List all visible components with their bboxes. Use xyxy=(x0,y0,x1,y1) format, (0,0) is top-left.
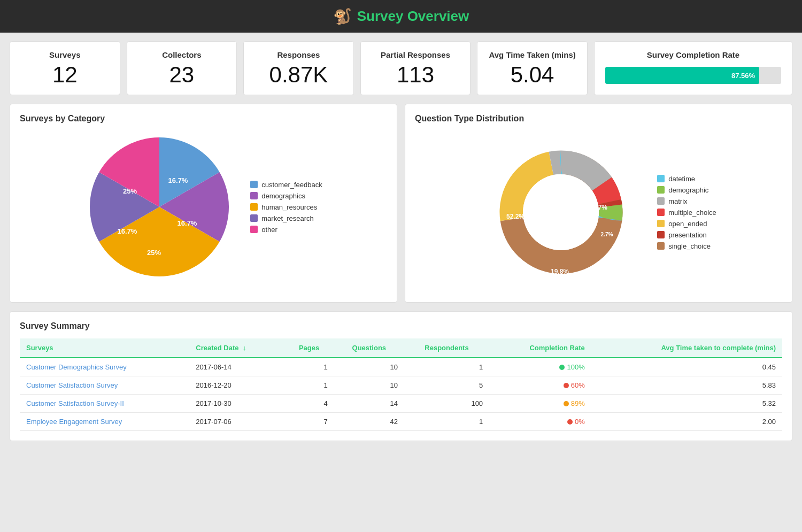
stat-collectors-value: 23 xyxy=(169,64,195,86)
stats-row: Surveys 12 Collectors 23 Responses 0.87K… xyxy=(10,41,792,95)
cell-questions: 10 xyxy=(334,358,404,376)
donut-hole xyxy=(523,174,599,250)
stat-avg-time-label: Avg Time Taken (mins) xyxy=(489,50,575,59)
cell-pages: 4 xyxy=(284,395,334,413)
survey-summary-card: Survey Summary Surveys Created Date ↓ Pa… xyxy=(10,311,792,441)
label-single-choice: 52.2% xyxy=(506,213,525,220)
completion-cell: 89% xyxy=(496,399,585,407)
table-row: Employee Engagement Survey 2017-07-06 7 … xyxy=(20,413,782,431)
legend-label-mr: market_research xyxy=(261,214,314,222)
stat-partial-responses: Partial Responses 113 xyxy=(360,41,471,95)
cell-respondents: 100 xyxy=(404,395,489,413)
stat-completion-label: Survey Completion Rate xyxy=(647,50,739,59)
completion-bar-container: 87.56% xyxy=(605,67,781,84)
legend-label-demographic: demographic xyxy=(668,186,708,194)
cell-respondents: 5 xyxy=(404,376,489,395)
status-dot xyxy=(559,365,565,370)
legend-box-mr xyxy=(250,214,258,222)
legend-label-cf: customer_feedback xyxy=(261,181,322,189)
status-dot xyxy=(567,419,573,425)
label-matrix: 18.7% xyxy=(589,204,607,211)
completion-bar-text: 87.56% xyxy=(731,72,755,80)
donut-legend: datetime demographic matrix multiple_cho… xyxy=(657,175,716,250)
cell-avg-time: 2.00 xyxy=(591,413,782,431)
legend-box-hr xyxy=(250,203,258,211)
question-type-card: Question Type Distribution xyxy=(405,104,792,303)
col-header-created-date: Created Date ↓ xyxy=(189,338,284,358)
stat-responses-label: Responses xyxy=(277,50,320,59)
question-type-title: Question Type Distribution xyxy=(415,114,782,124)
completion-rate-val: 100% xyxy=(567,363,584,371)
legend-label-datetime: datetime xyxy=(668,175,695,183)
cell-created-date: 2017-06-14 xyxy=(189,358,284,376)
legend-box-datetime xyxy=(657,175,665,182)
status-dot xyxy=(564,401,569,406)
cell-completion-rate: 0% xyxy=(489,413,591,431)
legend-label-other: other xyxy=(261,226,277,234)
survey-summary-title: Survey Summary xyxy=(20,321,782,331)
legend-label-hr: human_resources xyxy=(261,203,317,211)
col-header-respondents: Respondents xyxy=(404,338,489,358)
sort-icon: ↓ xyxy=(243,344,246,352)
stat-partial-label: Partial Responses xyxy=(381,50,450,59)
legend-market-research: market_research xyxy=(250,214,322,222)
table-header-row: Surveys Created Date ↓ Pages Questions R… xyxy=(20,338,782,358)
legend-other: other xyxy=(250,226,322,234)
app-header: 🐒 Survey Overview xyxy=(0,0,802,33)
legend-single-choice: single_choice xyxy=(657,242,716,250)
cell-survey-name[interactable]: Customer Satisfaction Survey-II xyxy=(20,395,189,413)
cell-survey-name[interactable]: Employee Engagement Survey xyxy=(20,413,189,431)
stat-surveys: Surveys 12 xyxy=(10,41,120,95)
label-multiple-choice: 2.7% xyxy=(601,232,613,237)
legend-box-demo xyxy=(250,192,258,199)
cell-pages: 7 xyxy=(284,413,334,431)
legend-datetime: datetime xyxy=(657,175,716,183)
legend-box-oe xyxy=(657,220,665,227)
label-cf: 16.7% xyxy=(168,176,188,184)
cell-avg-time: 5.83 xyxy=(591,376,782,395)
table-row: Customer Satisfaction Survey 2016-12-20 … xyxy=(20,376,782,395)
completion-rate-val: 89% xyxy=(571,399,585,407)
cell-respondents: 1 xyxy=(404,413,489,431)
legend-customer-feedback: customer_feedback xyxy=(250,181,322,189)
table-row: Customer Demographics Survey 2017-06-14 … xyxy=(20,358,782,376)
stat-avg-time-value: 5.04 xyxy=(511,64,554,86)
donut-svg: 52.2% 19.8% 18.7% 2.7% xyxy=(481,132,641,292)
pie-svg: 16.7% 16.7% 25% 16.7% 25% xyxy=(84,132,234,282)
label-other: 25% xyxy=(123,187,137,195)
legend-box-other xyxy=(250,226,258,233)
legend-box-pres xyxy=(657,231,665,238)
legend-multiple-choice: multiple_choice xyxy=(657,209,716,217)
completion-rate-val: 60% xyxy=(571,381,585,389)
cell-created-date: 2017-07-06 xyxy=(189,413,284,431)
legend-open-ended: open_ended xyxy=(657,220,716,228)
surveys-by-category-title: Surveys by Category xyxy=(20,114,387,124)
cell-respondents: 1 xyxy=(404,358,489,376)
completion-cell: 60% xyxy=(496,381,585,389)
stat-surveys-value: 12 xyxy=(52,64,78,86)
stat-responses: Responses 0.87K xyxy=(243,41,354,95)
stat-collectors-label: Collectors xyxy=(162,50,201,59)
legend-label-mc: multiple_choice xyxy=(668,209,716,217)
col-header-avg-time: Avg Time taken to complete (mins) xyxy=(591,338,782,358)
stat-completion-rate: Survey Completion Rate 87.56% xyxy=(594,41,792,95)
donut-slices xyxy=(500,150,623,274)
question-type-content: 52.2% 19.8% 18.7% 2.7% datetime demograp… xyxy=(415,132,782,292)
legend-label-sc: single_choice xyxy=(668,242,711,250)
legend-demographics: demographics xyxy=(250,192,322,200)
cell-survey-name[interactable]: Customer Satisfaction Survey xyxy=(20,376,189,395)
legend-box-matrix xyxy=(657,197,665,205)
completion-bar-fill: 87.56% xyxy=(605,67,759,84)
surveys-by-category-content: 16.7% 16.7% 25% 16.7% 25% customer_feedb… xyxy=(20,132,387,282)
cell-survey-name[interactable]: Customer Demographics Survey xyxy=(20,358,189,376)
stat-partial-value: 113 xyxy=(397,64,434,86)
cell-created-date: 2017-10-30 xyxy=(189,395,284,413)
table-row: Customer Satisfaction Survey-II 2017-10-… xyxy=(20,395,782,413)
stat-collectors: Collectors 23 xyxy=(127,41,237,95)
completion-cell: 100% xyxy=(496,363,585,371)
donut-chart: 52.2% 19.8% 18.7% 2.7% xyxy=(481,132,641,292)
cell-questions: 14 xyxy=(334,395,404,413)
legend-label-matrix: matrix xyxy=(668,197,687,205)
cell-questions: 10 xyxy=(334,376,404,395)
col-header-questions: Questions xyxy=(334,338,404,358)
